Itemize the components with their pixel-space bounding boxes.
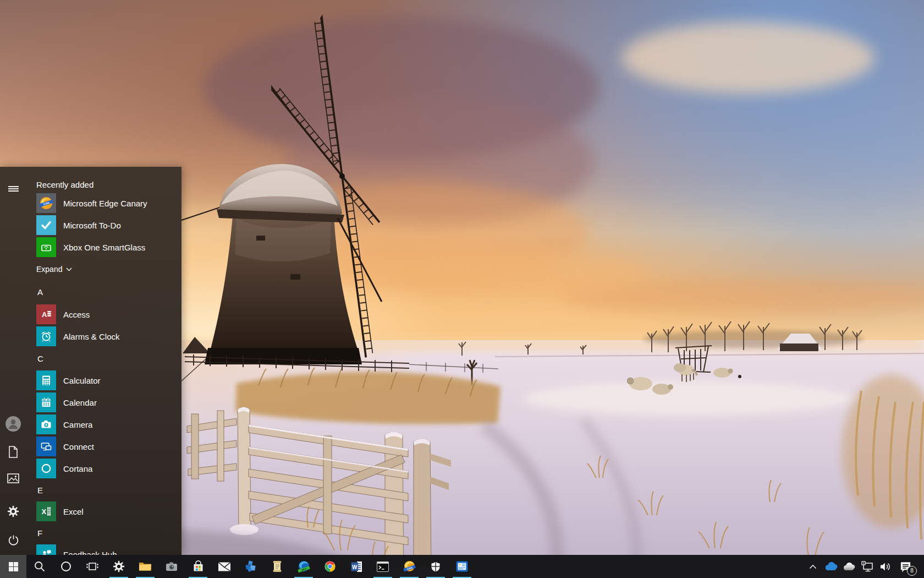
app-label: Alarms & Clock [63, 332, 120, 341]
sheep-standing [674, 363, 697, 382]
app-label: Camera [63, 420, 92, 429]
section-letter-f[interactable]: F [26, 522, 182, 543]
power-button[interactable] [0, 529, 26, 551]
tray-expand-button[interactable] [804, 555, 822, 578]
section-letter-c[interactable]: C [26, 347, 182, 369]
desktop: Recently added CAN Microsoft Edge Canary [0, 0, 924, 578]
app-label: Xbox One SmartGlass [63, 243, 145, 252]
taskbar-command-prompt-button[interactable] [370, 555, 396, 578]
section-letter-a[interactable]: A [26, 280, 182, 303]
taskbar-3d-builder-button[interactable] [238, 555, 264, 578]
settings-rail-button[interactable] [0, 500, 26, 522]
start-menu-item-feedback-hub[interactable]: Feedback Hub [26, 543, 182, 555]
calculator-icon [36, 370, 56, 390]
excel-icon: X [36, 501, 56, 521]
command-prompt-icon [376, 561, 389, 572]
recently-added-header: Recently added [26, 177, 182, 192]
chevron-up-icon [809, 564, 817, 569]
gear-icon [7, 505, 19, 517]
notification-badge: 8 [907, 566, 917, 576]
camera-tile-icon [36, 415, 56, 434]
edge-canary-icon: CAN [403, 560, 416, 574]
onedrive-cloud-icon [824, 562, 838, 571]
start-menu-item-microsoft-edge-canary[interactable]: CAN Microsoft Edge Canary [26, 192, 182, 214]
speaker-icon [879, 561, 892, 572]
taskbar-news-button[interactable] [449, 555, 475, 578]
start-menu-item-xbox-one-smartglass[interactable]: Xbox One SmartGlass [26, 236, 182, 258]
chevron-down-icon [66, 268, 72, 271]
news-icon [455, 560, 469, 572]
start-menu-item-calculator[interactable]: Calculator [26, 369, 182, 391]
weather-cloud-tray-icon[interactable] [840, 555, 858, 578]
taskbar-store-button[interactable] [185, 555, 211, 578]
chrome-icon [323, 560, 337, 573]
section-letter-e[interactable]: E [26, 479, 182, 500]
windmill-silhouette [182, 14, 498, 381]
action-center-button[interactable]: 8 [894, 555, 916, 578]
todo-check-icon [36, 215, 56, 235]
taskbar-scroll-app-button[interactable] [264, 555, 290, 578]
start-menu-item-microsoft-to-do[interactable]: Microsoft To-Do [26, 214, 182, 236]
system-tray: 8 [804, 555, 924, 578]
camera-icon [165, 561, 178, 572]
edge-dev-icon: DEV [297, 560, 311, 574]
shield-icon [430, 560, 442, 573]
start-menu-item-alarms-clock[interactable]: Alarms & Clock [26, 325, 182, 347]
app-label: Cortana [63, 464, 92, 473]
edge-canary-tile-icon: CAN [36, 193, 56, 213]
start-menu-item-camera[interactable]: Camera [26, 413, 182, 435]
ethernet-network-icon [861, 561, 873, 572]
taskbar-start-button[interactable] [0, 555, 26, 578]
taskbar-camera-button[interactable] [158, 555, 185, 578]
feedback-hub-icon [36, 544, 56, 555]
svg-text:X: X [42, 508, 47, 516]
taskbar-task-view-button[interactable] [79, 555, 106, 578]
file-explorer-icon [139, 561, 152, 572]
calendar-icon [36, 392, 56, 412]
app-label: Feedback Hub [63, 550, 117, 555]
start-menu-item-calendar[interactable]: Calendar [26, 391, 182, 413]
search-icon [34, 561, 45, 572]
app-label: Calculator [63, 376, 101, 385]
start-menu-item-cortana[interactable]: Cortana [26, 457, 182, 479]
taskbar-edge-dev-button[interactable]: DEV [290, 555, 317, 578]
taskbar-edge-canary-button[interactable]: CAN [396, 555, 422, 578]
network-tray-icon[interactable] [858, 555, 876, 578]
pictures-button[interactable] [0, 467, 26, 489]
document-icon [8, 446, 19, 458]
svg-text:W: W [351, 564, 357, 570]
app-label: Calendar [63, 398, 97, 407]
app-label: Connect [63, 442, 94, 451]
scroll-icon [271, 560, 283, 573]
microsoft-store-icon [193, 560, 204, 572]
cloud-icon [843, 563, 855, 571]
user-account-button[interactable] [0, 413, 26, 435]
taskbar-cortana-button[interactable] [53, 555, 79, 578]
taskbar-windows-security-button[interactable] [422, 555, 449, 578]
start-menu-item-access[interactable]: A Access [26, 303, 182, 325]
app-label: Excel [63, 507, 84, 516]
taskbar-search-button[interactable] [26, 555, 53, 578]
taskbar-chrome-button[interactable] [317, 555, 343, 578]
mail-icon [218, 561, 231, 572]
documents-button[interactable] [0, 441, 26, 463]
start-menu-app-list: Recently added CAN Microsoft Edge Canary [26, 167, 182, 555]
volume-tray-icon[interactable] [876, 555, 894, 578]
start-menu-item-excel[interactable]: X Excel [26, 500, 182, 522]
connect-icon [36, 437, 56, 456]
cortana-icon [61, 561, 72, 572]
taskbar-mail-button[interactable] [211, 555, 238, 578]
3d-builder-icon [244, 560, 257, 573]
onedrive-tray-icon[interactable] [822, 555, 840, 578]
start-menu-item-connect[interactable]: Connect [26, 435, 182, 457]
expand-button[interactable]: Expand [26, 258, 182, 280]
taskbar-file-explorer-button[interactable] [132, 555, 158, 578]
power-icon [8, 535, 19, 546]
user-avatar-icon [5, 416, 21, 432]
gear-icon [113, 560, 125, 572]
alarm-clock-icon [36, 326, 56, 346]
taskbar-settings-button[interactable] [106, 555, 132, 578]
taskbar-word-button[interactable]: W [343, 555, 370, 578]
start-menu-hamburger-button[interactable] [0, 178, 26, 200]
windows-logo-icon [9, 562, 18, 571]
